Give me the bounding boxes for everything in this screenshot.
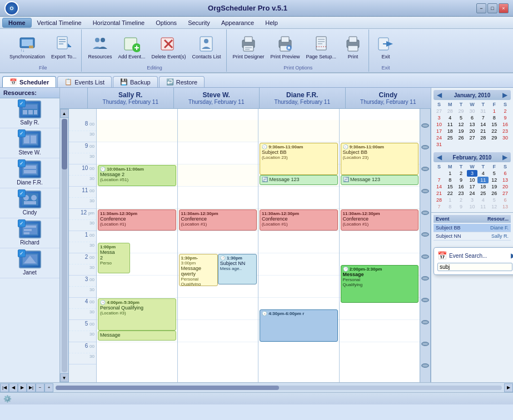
svg-rect-62 [24,229,32,231]
menu-appearance[interactable]: Appearance [216,18,260,27]
resources-button[interactable]: Resources [85,31,114,64]
event-steve-message-qwerty[interactable]: 1:30pm- 3:00pm Message qwerty Personal Q… [179,254,218,286]
jan-next-btn[interactable]: ▶ [501,91,509,99]
backup-tab-icon: 💾 [120,78,128,86]
search-expand-btn[interactable]: ▶ [511,252,513,259]
contacts-button[interactable]: Contacts List [190,31,224,64]
resource-steve[interactable]: ✓ Steve W. [0,128,59,158]
menu-horizontal-timeline[interactable]: Horizontal Timeline [87,18,151,27]
tab-events-list[interactable]: 📋 Events List [57,76,112,87]
resource-diane-check[interactable]: ✓ [18,159,26,167]
svg-point-10 [95,38,99,42]
delete-event-icon [160,35,177,53]
resources-panel: Resources: ✓ Sally R. ✓ Steve W. ✓ Diane… [0,88,60,382]
event-steve-conference[interactable]: 11:30am-12:30pm Conference (Location #1) [179,209,257,231]
scroll-down-btn[interactable]: ▼ [60,373,69,382]
page-setup-button[interactable]: Page Setup... [303,31,340,64]
menu-options[interactable]: Options [150,18,182,27]
h-scroll-prev-btn[interactable]: ◀ [9,383,18,392]
mini-cal-jan: ◀ January, 2010 ▶ SMTWTFS 272829303112 3… [431,88,513,150]
event-list-row-0[interactable]: Subject BB Diane F. [434,224,511,232]
print-designer-button[interactable]: Print Designer [230,31,267,64]
event-diane-subject-bb[interactable]: 🕤 9:30am-11:00am Subject BB (Location 23… [260,143,338,175]
horiz-scrollbar: |◀ ◀ ▶ ▶| − + ▶ [0,382,513,392]
h-scroll-track[interactable] [56,386,502,390]
resource-richard-check[interactable]: ✓ [18,219,26,227]
svg-rect-27 [281,37,289,42]
resource-sally-icon: ✓ [19,101,41,118]
resource-janet-check[interactable]: ✓ [18,249,26,257]
event-sally-message-below[interactable]: Message [98,331,176,341]
add-event-button[interactable]: Add Event... [115,31,148,64]
resource-diane-name: Diane F.R. [17,179,43,186]
event-cindy-conference[interactable]: 11:30am-12:30pm Conference (Location #1) [341,209,419,231]
event-sally-conference10[interactable]: 🕙 10:00am-11:00am Message 2 (Location #5… [98,165,176,186]
resource-richard-name: Richard [20,239,39,246]
export-button[interactable]: Export To... [48,31,79,64]
feb-next-btn[interactable]: ▶ [501,153,509,161]
print-icon [344,35,362,53]
tab-backup[interactable]: 💾 Backup [113,76,158,87]
event-steve-subject-nn[interactable]: 🕜 1:30pm Subject NN Mess age.. [218,254,257,284]
resource-diane[interactable]: ✓ Diane F.R. [0,158,59,188]
menu-vertical-timeline[interactable]: Vertical Timeline [32,18,87,27]
resource-sally[interactable]: ✓ Sally R. [0,98,59,128]
delete-event-button[interactable]: Delete Event(s) [148,31,188,64]
h-scroll-minus-btn[interactable]: − [36,383,44,392]
event-sally-conference11[interactable]: 11:30am-12:30pm Conference (Location #1) [98,209,176,231]
event-diane-conference[interactable]: 11:30am-12:30pm Conference (Location #1) [260,209,338,231]
restore-tab-icon: ↩️ [166,78,174,86]
menu-security[interactable]: Security [182,18,216,27]
search-input[interactable] [437,263,512,271]
jan-prev-btn[interactable]: ◀ [436,91,443,99]
titlebar: O OrgScheduler Pro v.5.1 − □ × [0,0,513,17]
menu-home[interactable]: Home [2,18,32,28]
toolbar-file-group: ↑↓ Synchronization Export To... [4,29,82,72]
h-scroll-last-btn[interactable]: ▶| [27,383,36,392]
events-list-tab-label: Events List [74,79,104,86]
svg-rect-50 [31,136,36,143]
tab-restore[interactable]: ↩️ Restore [159,76,205,87]
h-scroll-next-btn[interactable]: ▶ [18,383,27,392]
resource-steve-check[interactable]: ✓ [18,129,26,137]
h-scroll-right-btn[interactable]: ▶ [504,383,513,392]
resource-cindy-check[interactable]: ✓ [18,189,26,197]
event-diane-430[interactable]: 🕟 4:30pm-6:00pm r [260,309,338,342]
event-cindy-message123[interactable]: 🔄 Message 123 [341,175,419,185]
event-cindy-message-personal[interactable]: 🕑 2:00pm-3:30pm Message Personal Qualify… [341,265,419,303]
resource-janet[interactable]: ✓ Janet [0,248,59,278]
svg-rect-44 [23,110,27,114]
event-list-row-1[interactable]: Subject NN Sally R. [434,232,511,241]
resource-steve-name: Steve W. [18,149,41,156]
print-button[interactable]: Print [340,31,366,64]
resource-cindy-icon: ✓ [19,191,41,208]
right-panel: ◀ January, 2010 ▶ SMTWTFS 272829303112 3… [431,88,513,382]
resource-richard-icon: ✓ [19,221,41,238]
svg-rect-54 [24,170,36,173]
exit-button[interactable]: Exit [372,31,399,64]
search-icon: 📅 [437,251,447,260]
feb-prev-btn[interactable]: ◀ [436,153,443,161]
statusbar: ⚙️ [0,392,513,404]
event-diane-message123[interactable]: 🔄 Message 123 [260,175,338,185]
resource-col-header: Resour... [487,216,509,222]
close-button[interactable]: × [499,3,509,13]
resource-sally-check[interactable]: ✓ [18,99,26,107]
resource-janet-icon: ✓ [19,251,41,268]
h-scroll-first-btn[interactable]: |◀ [0,383,9,392]
contacts-icon [198,35,216,53]
sync-button[interactable]: ↑↓ Synchronization [7,31,48,64]
event-cindy-subject-bb[interactable]: 🕤 9:30am-11:00am Subject BB (Location 23… [341,143,419,175]
event-sally-personal-qualifying[interactable]: 🕓 4:00pm-5:30pm Personal Qualifying (Loc… [98,298,176,331]
resource-cindy[interactable]: ✓ Cindy [0,188,59,218]
svg-rect-37 [349,37,357,42]
scroll-up-btn[interactable]: ▲ [60,109,69,118]
maximize-button[interactable]: □ [487,3,497,13]
h-scroll-plus-btn[interactable]: + [44,383,53,392]
minimize-button[interactable]: − [476,3,486,13]
event-sally-message1pm[interactable]: 1:00pm Messa 2 Perso [98,243,130,273]
menu-help[interactable]: Help [260,18,283,27]
print-preview-button[interactable]: Print Preview [268,31,303,64]
resource-richard[interactable]: ✓ Richard [0,218,59,248]
tab-scheduler[interactable]: 📅 Scheduler [2,76,56,87]
